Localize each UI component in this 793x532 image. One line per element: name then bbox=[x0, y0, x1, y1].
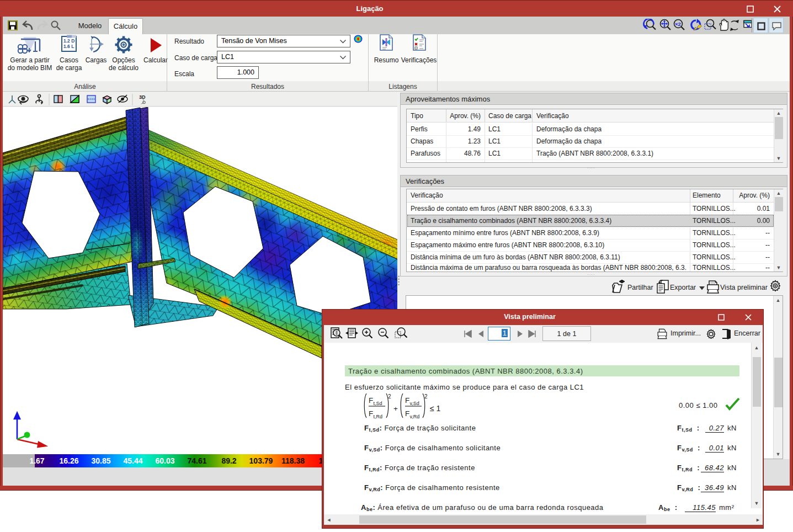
svg-text:+: + bbox=[393, 405, 398, 413]
svg-text:≤ 1: ≤ 1 bbox=[430, 404, 441, 413]
svg-text:t,Rd: t,Rd bbox=[374, 414, 383, 419]
svg-text:F: F bbox=[369, 396, 373, 405]
svg-text:×2: ×2 bbox=[675, 21, 681, 27]
svg-text:2: 2 bbox=[424, 393, 428, 400]
svg-text:F: F bbox=[405, 396, 409, 405]
svg-text:2: 2 bbox=[388, 393, 391, 400]
svg-text:1.2 D: 1.2 D bbox=[63, 38, 74, 44]
svg-text:v,Sd: v,Sd bbox=[410, 401, 419, 406]
svg-text:1.6 L: 1.6 L bbox=[63, 44, 74, 49]
svg-text:v,Rd: v,Rd bbox=[410, 414, 420, 419]
svg-text:t,Sd: t,Sd bbox=[374, 401, 382, 406]
svg-text:3D: 3D bbox=[139, 94, 146, 100]
svg-text:F: F bbox=[369, 409, 373, 418]
svg-text:F: F bbox=[405, 409, 409, 418]
